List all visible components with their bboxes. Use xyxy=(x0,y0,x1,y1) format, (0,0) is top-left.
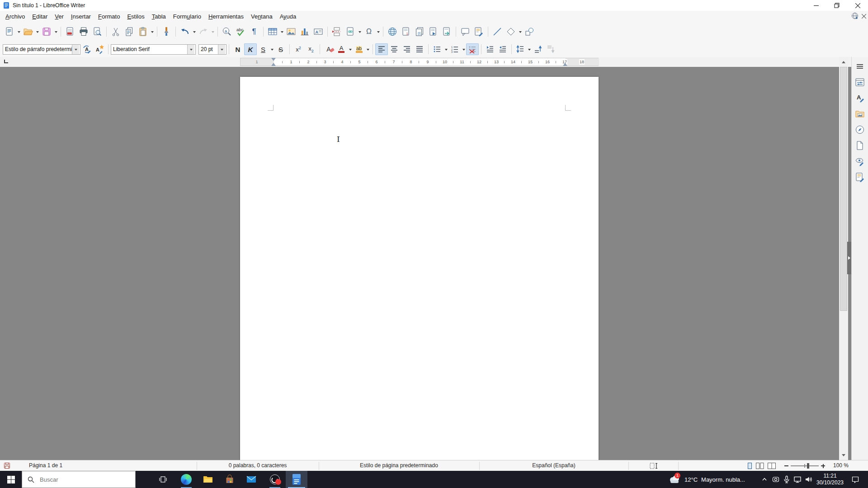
sidebar-hide-handle[interactable] xyxy=(847,242,851,274)
taskbar-search-box[interactable] xyxy=(22,471,136,488)
highlight-color-button[interactable]: ab xyxy=(353,43,365,55)
clone-formatting-button[interactable] xyxy=(160,25,173,38)
menu-archivo[interactable]: Archivo xyxy=(2,12,28,21)
insert-page-break-button[interactable] xyxy=(330,25,344,38)
open-button[interactable] xyxy=(21,25,35,38)
page-info[interactable]: Página 1 de 1 xyxy=(29,462,62,469)
update-style-button[interactable]: A xyxy=(80,43,93,55)
menu-tabla[interactable]: Tabla xyxy=(148,12,170,21)
numbered-list-button[interactable]: 123 xyxy=(448,43,461,55)
paragraph-style-dropdown[interactable] xyxy=(72,45,79,54)
sidebar-styles-button[interactable]: A xyxy=(853,91,867,105)
menu-estilos[interactable]: Estilos xyxy=(123,12,148,21)
menu-ayuda[interactable]: Ayuda xyxy=(276,12,300,21)
menu-formato[interactable]: Formato xyxy=(94,12,123,21)
right-indent-marker[interactable] xyxy=(563,63,567,66)
insert-endnote-button[interactable]: [i] xyxy=(413,25,426,38)
increase-paragraph-spacing-button[interactable] xyxy=(532,43,544,55)
paragraph-style-combo[interactable]: Estilo de párrafo predeterminado xyxy=(3,44,80,55)
scroll-up-button[interactable] xyxy=(839,57,848,65)
scroll-down-button[interactable] xyxy=(839,452,848,460)
taskbar-obs-icon[interactable] xyxy=(264,471,286,488)
insert-field-dropdown[interactable] xyxy=(357,25,362,38)
find-replace-button[interactable]: a xyxy=(220,25,234,38)
left-indent-marker[interactable] xyxy=(271,63,276,66)
decrease-indent-button[interactable] xyxy=(496,43,509,55)
bullet-list-button[interactable] xyxy=(431,43,443,55)
menu-editar[interactable]: Editar xyxy=(28,12,51,21)
new-document-dropdown[interactable] xyxy=(16,25,21,38)
tray-microphone-icon[interactable] xyxy=(781,471,792,488)
insert-table-button[interactable] xyxy=(266,25,279,38)
insert-cross-reference-button[interactable] xyxy=(440,25,453,38)
action-center-icon[interactable] xyxy=(846,471,864,488)
basic-shapes-dropdown[interactable] xyxy=(518,25,523,38)
basic-shapes-button[interactable] xyxy=(504,25,518,38)
zoom-out-icon[interactable] xyxy=(784,465,788,466)
insert-footnote-button[interactable]: 1 xyxy=(399,25,413,38)
italic-button[interactable]: K xyxy=(244,43,257,55)
clear-formatting-button[interactable]: A xyxy=(322,43,335,55)
menu-insertar[interactable]: Insertar xyxy=(67,12,94,21)
insert-hyperlink-button[interactable] xyxy=(386,25,399,38)
special-character-dropdown[interactable] xyxy=(376,25,381,38)
justify-button[interactable] xyxy=(413,43,426,55)
bullet-list-dropdown[interactable] xyxy=(443,42,448,56)
increase-indent-button[interactable] xyxy=(484,43,496,55)
tray-network-icon[interactable] xyxy=(792,471,803,488)
open-dropdown[interactable] xyxy=(35,25,40,38)
save-button[interactable] xyxy=(40,25,53,38)
paste-dropdown[interactable] xyxy=(150,25,155,38)
track-changes-button[interactable] xyxy=(472,25,486,38)
sidebar-manage-changes-button[interactable] xyxy=(853,170,867,184)
bold-button[interactable]: N xyxy=(231,43,244,55)
print-preview-button[interactable] xyxy=(90,25,104,38)
zoom-in-icon[interactable] xyxy=(821,464,825,468)
taskbar-mail-icon[interactable] xyxy=(241,471,262,488)
book-view-button[interactable] xyxy=(767,462,776,469)
line-spacing-button[interactable] xyxy=(514,43,527,55)
taskbar-edge-icon[interactable] xyxy=(175,471,197,488)
show-draw-functions-button[interactable] xyxy=(523,25,536,38)
numbered-list-dropdown[interactable] xyxy=(461,42,466,56)
insert-field-button[interactable] xyxy=(344,25,357,38)
line-spacing-dropdown[interactable] xyxy=(527,42,532,56)
scrollbar-thumb[interactable] xyxy=(840,67,847,311)
insert-bookmark-button[interactable] xyxy=(426,25,440,38)
print-button[interactable] xyxy=(77,25,90,38)
sidebar-properties-button[interactable] xyxy=(853,75,867,89)
page-style[interactable]: Estilo de página predeterminado xyxy=(319,462,479,469)
single-page-view-button[interactable] xyxy=(747,462,753,469)
multi-page-view-button[interactable] xyxy=(755,462,764,469)
sidebar-settings-button[interactable] xyxy=(853,60,867,73)
update-available-icon[interactable] xyxy=(851,12,859,20)
taskbar-store-icon[interactable] xyxy=(219,471,241,488)
menu-ver[interactable]: Ver xyxy=(51,12,67,21)
insert-comment-button[interactable] xyxy=(458,25,472,38)
taskbar-writer-icon[interactable] xyxy=(286,471,307,488)
decrease-paragraph-spacing-button[interactable] xyxy=(544,43,557,55)
new-style-button[interactable]: A xyxy=(93,43,106,55)
insert-image-button[interactable] xyxy=(284,25,298,38)
align-right-button[interactable] xyxy=(401,43,413,55)
insert-text-box-button[interactable]: A xyxy=(311,25,325,38)
close-button[interactable] xyxy=(847,0,868,11)
tray-meet-now-icon[interactable] xyxy=(770,471,781,488)
taskbar-explorer-icon[interactable] xyxy=(197,471,219,488)
redo-button[interactable] xyxy=(197,25,210,38)
undo-dropdown[interactable] xyxy=(192,25,197,38)
font-color-button[interactable]: A xyxy=(335,43,348,55)
taskbar-weather-widget[interactable]: 1 12°C Mayorm. nubla... xyxy=(668,471,745,488)
special-character-button[interactable]: Ω xyxy=(362,25,376,38)
font-color-dropdown[interactable] xyxy=(348,42,353,56)
save-dropdown[interactable] xyxy=(53,25,58,38)
copy-button[interactable] xyxy=(123,25,136,38)
minimize-button[interactable] xyxy=(806,0,826,11)
menu-ventana[interactable]: Ventana xyxy=(247,12,276,21)
strikethrough-button[interactable]: S xyxy=(274,43,287,55)
font-name-dropdown[interactable] xyxy=(187,45,194,54)
redo-dropdown[interactable] xyxy=(210,25,215,38)
menu-formulario[interactable]: Formulario xyxy=(170,12,205,21)
highlight-color-dropdown[interactable] xyxy=(365,42,370,56)
sidebar-page-button[interactable] xyxy=(853,139,867,152)
